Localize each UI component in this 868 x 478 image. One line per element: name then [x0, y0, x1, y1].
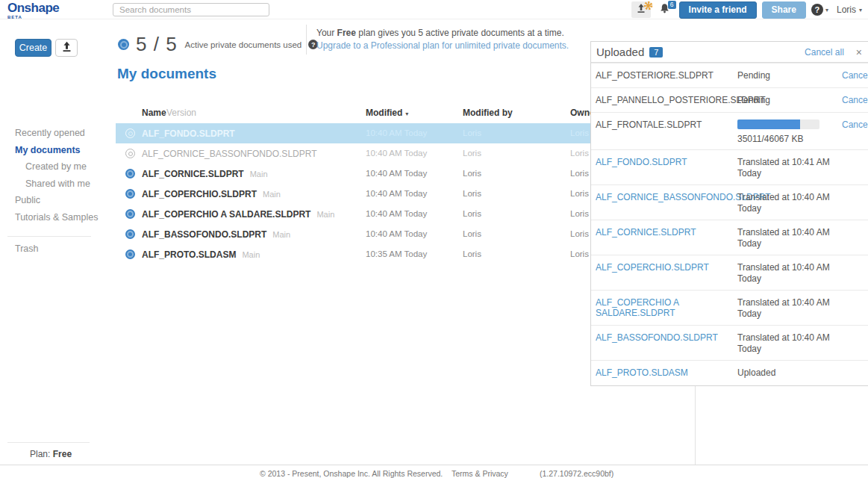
document-modified: 10:40 AM Today	[366, 189, 427, 198]
sort-desc-icon: ▾	[405, 111, 408, 117]
upload-item-status: Uploaded	[737, 367, 842, 386]
sidebar-item-label: My documents	[15, 145, 81, 155]
document-version: Main	[250, 170, 268, 179]
help-menu-button[interactable]: ? ▾	[811, 4, 828, 16]
document-status-icon	[125, 189, 135, 199]
document-name: ALF_CORNICE_BASSONFONDO.SLDPRT	[142, 149, 323, 159]
upload-item-name[interactable]: ALF_COPERCHIO A SALDARE.SLDPRT	[596, 297, 737, 325]
document-owner: Loris	[570, 169, 589, 178]
upgrade-plan-link[interactable]: Upgrade to a Professional plan for unlim…	[316, 40, 569, 52]
upload-status-text: Translated at 10:40 AM Today	[737, 262, 830, 284]
sidebar: Create Recently opened My documents Crea…	[0, 19, 113, 465]
upload-item-name[interactable]: ALF_FONDO.SLDPRT	[596, 157, 737, 184]
column-header-modified-by[interactable]: Modified by	[463, 108, 513, 118]
document-name: ALF_COPERCHIO A SALDARE.SLDPRTMain	[142, 209, 334, 220]
document-modified: 10:40 AM Today	[366, 229, 427, 238]
document-name: ALF_CORNICE.SLDPRTMain	[142, 169, 268, 179]
document-modified-by: Loris	[463, 169, 481, 178]
upload-item-name[interactable]: ALF_POSTERIORE.SLDPRT	[596, 70, 737, 87]
share-button[interactable]: Share	[762, 1, 806, 19]
sidebar-item-label: Recently opened	[15, 128, 85, 138]
build-version: (1.27.10972.ecc90bf)	[540, 469, 613, 478]
upload-status-text: Translated at 10:40 AM Today	[737, 227, 830, 249]
document-status-icon	[125, 149, 135, 158]
upload-item-row: ALF_PROTO.SLDASM Uploaded	[591, 360, 868, 386]
private-documents-usage: 5 / 5 Active private documents used ?	[118, 33, 318, 56]
invite-a-friend-button[interactable]: Invite a friend	[679, 1, 757, 19]
document-modified-by: Loris	[463, 128, 481, 137]
sidebar-item[interactable]: Tutorials & Samples	[0, 209, 113, 226]
plan-note-line1: Your Free plan gives you 5 active privat…	[316, 27, 569, 40]
terms-privacy-link[interactable]: Terms & Privacy	[452, 469, 508, 478]
cancel-upload-link[interactable]: Cancel	[842, 120, 868, 149]
notifications-button[interactable]: 6	[656, 1, 674, 18]
sidebar-item-label: Trash	[15, 243, 39, 254]
upload-item-row: ALF_CORNICE_BASSONFONDO.SLDPRT Translate…	[591, 184, 868, 220]
sidebar-item-label: Public	[15, 195, 40, 205]
import-upload-button[interactable]	[55, 39, 78, 57]
document-modified: 10:40 AM Today	[366, 149, 427, 158]
sidebar-nav: Recently opened My documents Created by …	[0, 125, 113, 258]
user-name-label: Loris	[837, 4, 856, 15]
upload-item-status: Translated at 10:40 AM Today	[737, 262, 842, 290]
chevron-down-icon: ▾	[859, 7, 862, 13]
sidebar-item[interactable]: My documents	[0, 142, 113, 159]
document-status-icon	[125, 128, 135, 138]
upload-item-row: ALF_FONDO.SLDPRT Translated at 10:41 AM …	[591, 149, 868, 184]
cancel-upload-link[interactable]: Cancel	[842, 95, 868, 112]
column-header-modified[interactable]: Modified▾	[366, 108, 408, 118]
upload-item-row: ALF_FRONTALE.SLDPRT 35011/46067 KB Cance…	[591, 112, 868, 149]
document-owner: Loris	[570, 249, 589, 258]
document-owner: Loris	[570, 128, 589, 137]
upload-status-text: Translated at 10:40 AM Today	[737, 297, 830, 319]
sidebar-item[interactable]: Public	[0, 192, 113, 209]
divider	[695, 386, 696, 465]
document-owner: Loris	[570, 209, 589, 218]
upload-item-row: ALF_POSTERIORE.SLDPRT Pending Cancel	[591, 63, 868, 87]
column-header-name[interactable]: Name	[142, 108, 166, 118]
upload-icon	[61, 41, 72, 55]
upload-item-status: Pending	[737, 70, 842, 87]
uploaded-panel: Uploaded 7 Cancel all × ALF_POSTERIORE.S…	[590, 41, 868, 386]
upload-item-name[interactable]: ALF_FRONTALE.SLDPRT	[596, 120, 737, 149]
search-input[interactable]	[113, 3, 269, 16]
sidebar-item-label: Shared with me	[25, 179, 90, 189]
sidebar-item[interactable]: Trash	[7, 236, 91, 258]
close-icon[interactable]: ×	[856, 47, 862, 58]
document-name: ALF_COPERCHIO.SLDPRTMain	[142, 189, 281, 199]
upload-item-name[interactable]: ALF_PROTO.SLDASM	[596, 367, 737, 386]
upload-status-text: Pending	[737, 70, 770, 81]
upload-status-button[interactable]	[631, 1, 651, 18]
column-header-version[interactable]: Version	[166, 108, 196, 118]
onshape-logo[interactable]: Onshape BETA	[7, 1, 59, 19]
usage-caption: Active private documents used	[185, 40, 302, 49]
plan-note: Your Free plan gives you 5 active privat…	[316, 27, 569, 53]
sidebar-item[interactable]: Shared with me	[0, 176, 113, 193]
uploaded-panel-header: Uploaded 7 Cancel all ×	[591, 42, 868, 63]
upload-item-name[interactable]: ALF_COPERCHIO.SLDPRT	[596, 262, 737, 290]
document-owner: Loris	[570, 149, 589, 158]
upload-item-name[interactable]: ALF_BASSOFONDO.SLDPRT	[596, 332, 737, 360]
cancel-upload-link[interactable]: Cancel	[842, 70, 868, 87]
upload-item-row: ALF_COPERCHIO.SLDPRT Translated at 10:40…	[591, 255, 868, 290]
divider	[306, 25, 307, 55]
document-version: Main	[272, 230, 290, 239]
upload-item-status: Translated at 10:40 AM Today	[737, 192, 842, 220]
document-name: ALF_BASSOFONDO.SLDPRTMain	[142, 229, 290, 240]
upload-item-name[interactable]: ALF_CORNICE_BASSONFONDO.SLDPRT	[596, 192, 737, 220]
upload-item-name[interactable]: ALF_CORNICE.SLDPRT	[596, 227, 737, 255]
sidebar-item[interactable]: Created by me	[0, 158, 113, 176]
sidebar-item[interactable]: Recently opened	[0, 125, 113, 142]
upload-status-text: 35011/46067 KB	[737, 134, 804, 144]
sidebar-item-label: Created by me	[25, 161, 87, 172]
upload-progress-fill	[737, 120, 800, 129]
upload-progress-bar	[737, 120, 819, 129]
upload-item-name[interactable]: ALF_PANNELLO_POSTERIORE.SLDPRT	[596, 95, 737, 112]
document-owner: Loris	[570, 229, 589, 238]
document-modified-by: Loris	[463, 249, 481, 258]
create-button[interactable]: Create	[15, 39, 51, 57]
user-menu-button[interactable]: Loris ▾	[837, 4, 862, 15]
upload-item-status: Translated at 10:40 AM Today	[737, 227, 842, 255]
cancel-all-link[interactable]: Cancel all	[805, 47, 844, 58]
upload-status-text: Translated at 10:41 AM Today	[737, 157, 830, 179]
